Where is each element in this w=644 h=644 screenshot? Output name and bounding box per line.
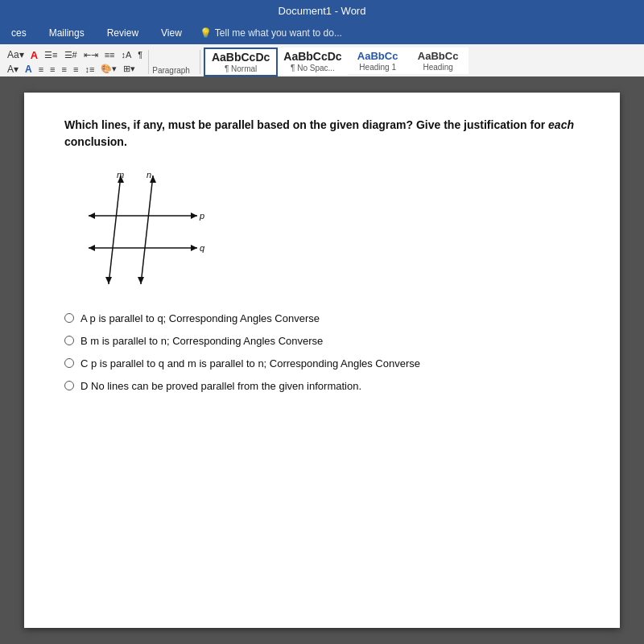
indent-btn[interactable]: ⇤⇥	[81, 49, 101, 61]
style-nospace-preview: AaBbCcDc	[283, 50, 341, 64]
tell-me-text: Tell me what you want to do...	[215, 27, 342, 39]
border-btn[interactable]: ⊞▾	[121, 63, 138, 75]
svg-marker-15	[138, 277, 144, 284]
style-heading-preview: AaBbCc	[418, 50, 459, 63]
menu-item-aces[interactable]: ces	[6, 25, 31, 41]
sort-btn[interactable]: ↕A	[118, 49, 134, 60]
align-left-btn[interactable]: ≡	[36, 64, 46, 75]
shading-btn[interactable]: 🎨▾	[98, 63, 119, 75]
answer-c: C p is parallel to q and m is parallel t…	[64, 357, 580, 371]
style-normal-preview: AaBbCcDc	[212, 51, 270, 64]
svg-marker-4	[191, 213, 197, 219]
align-btn[interactable]: ≡≡	[102, 49, 118, 60]
radio-a[interactable]	[64, 313, 74, 323]
answer-a: A p is parallel to q; Corresponding Angl…	[64, 312, 580, 326]
title-text: Document1 - Word	[279, 5, 366, 17]
paragraph-section: Paragraph	[152, 48, 190, 75]
radio-b[interactable]	[64, 336, 74, 345]
font-color-btn[interactable]: A	[28, 48, 40, 62]
highlight-btn[interactable]: A	[23, 63, 35, 76]
svg-marker-8	[191, 245, 197, 251]
answer-d: D No lines can be proved parallel from t…	[64, 379, 580, 394]
underline-btn[interactable]: A▾	[5, 63, 21, 76]
ribbon-separator-2	[200, 50, 200, 74]
answer-b: B m is parallel to n; Corresponding Angl…	[64, 334, 580, 349]
font-group: Aa▾ A ☰≡ ☰# ⇤⇥ ≡≡ ↕A ¶ A▾ A ≡ ≡ ≡ ≡ ↕≡	[5, 48, 145, 76]
style-heading[interactable]: AaBbCc Heading	[408, 47, 469, 74]
radio-d[interactable]	[64, 381, 74, 390]
style-no-space[interactable]: AaBbCcDc ¶ No Spac...	[278, 47, 347, 75]
answer-b-text: B m is parallel to n; Corresponding Angl…	[80, 334, 323, 349]
document-page: Which lines, if any, must be parallel ba…	[24, 93, 620, 628]
style-normal[interactable]: AaBbCcDc ¶ Normal	[204, 47, 278, 76]
svg-marker-3	[89, 213, 95, 219]
app-window: Document1 - Word ces Mailings Review Vie…	[0, 0, 644, 644]
diagram: m n p	[72, 163, 217, 292]
align-justify-btn[interactable]: ≡	[71, 64, 80, 75]
svg-text:q: q	[200, 243, 205, 253]
align-center-btn[interactable]: ≡	[47, 64, 57, 75]
svg-marker-12	[105, 277, 112, 284]
radio-c[interactable]	[64, 358, 74, 368]
svg-line-13	[141, 175, 153, 284]
question-bold: Which lines, if any, must be parallel ba…	[64, 118, 574, 148]
menu-bar: ces Mailings Review View 💡 Tell me what …	[0, 22, 644, 44]
svg-line-10	[109, 175, 121, 284]
pilcrow-btn[interactable]: ¶	[135, 49, 145, 60]
font-name-btn[interactable]: Aa▾	[5, 48, 27, 61]
tell-me-box[interactable]: 💡 Tell me what you want to do...	[200, 27, 342, 39]
answer-choices: A p is parallel to q; Corresponding Angl…	[64, 312, 580, 394]
bullet-list-btn[interactable]: ☰≡	[42, 49, 60, 61]
svg-marker-7	[89, 245, 95, 251]
styles-section: AaBbCcDc ¶ Normal AaBbCcDc ¶ No Spac... …	[204, 47, 639, 76]
svg-text:p: p	[199, 211, 204, 221]
document-area: Which lines, if any, must be parallel ba…	[0, 76, 644, 644]
lightbulb-icon: 💡	[200, 27, 212, 39]
align-right-btn[interactable]: ≡	[60, 64, 69, 75]
answer-c-text: C p is parallel to q and m is parallel t…	[80, 357, 420, 371]
title-bar: Document1 - Word	[0, 0, 644, 22]
ribbon: Aa▾ A ☰≡ ☰# ⇤⇥ ≡≡ ↕A ¶ A▾ A ≡ ≡ ≡ ≡ ↕≡	[0, 44, 644, 76]
menu-item-review[interactable]: Review	[102, 25, 143, 41]
parallel-lines-diagram: m n p	[72, 163, 217, 292]
menu-item-view[interactable]: View	[156, 25, 187, 41]
ribbon-separator-1	[148, 50, 149, 74]
style-heading1[interactable]: AaBbCc Heading 1	[348, 47, 408, 74]
style-h1-preview: AaBbCc	[357, 50, 398, 63]
num-list-btn[interactable]: ☰#	[62, 49, 80, 61]
question-text: Which lines, if any, must be parallel ba…	[64, 117, 580, 151]
menu-item-mailings[interactable]: Mailings	[44, 25, 89, 41]
svg-text:n: n	[147, 170, 151, 180]
answer-a-text: A p is parallel to q; Corresponding Angl…	[80, 312, 320, 326]
line-spacing-btn[interactable]: ↕≡	[82, 64, 97, 75]
paragraph-label: Paragraph	[152, 66, 190, 75]
answer-d-text: D No lines can be proved parallel from t…	[80, 379, 361, 394]
